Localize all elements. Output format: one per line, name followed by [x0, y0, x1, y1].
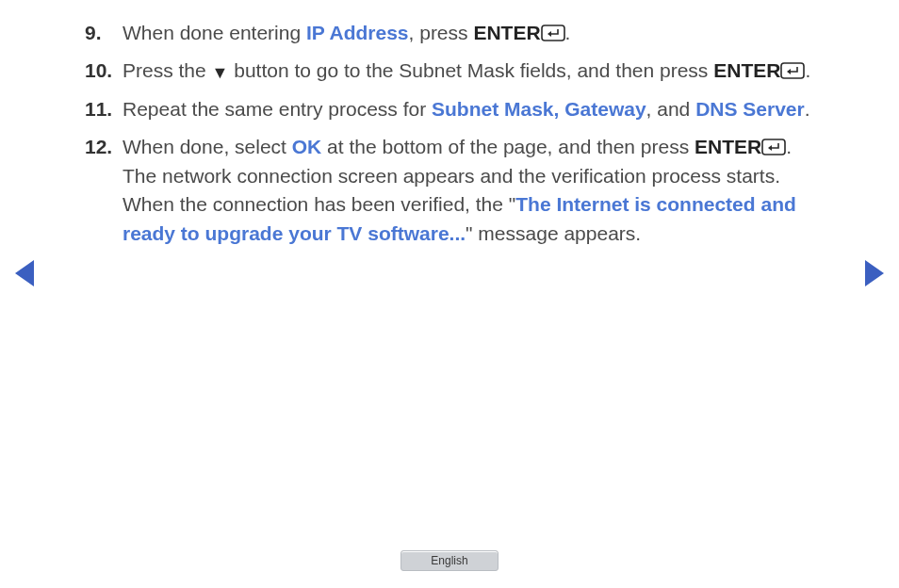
- bold-term: ENTER: [473, 22, 540, 43]
- highlight-term: IP Address: [306, 22, 409, 43]
- instruction-step: 12.When done, select OK at the bottom of…: [85, 133, 820, 248]
- next-page-arrow[interactable]: [865, 260, 884, 286]
- step-text: When done, select OK at the bottom of th…: [123, 133, 820, 248]
- svg-rect-1: [781, 63, 804, 78]
- step-text: When done entering IP Address, press ENT…: [123, 19, 820, 47]
- step-text: Repeat the same entry process for Subnet…: [123, 95, 820, 123]
- step-number: 11.: [85, 95, 123, 123]
- down-arrow-icon: ▼: [212, 60, 229, 85]
- instruction-step: 10.Press the ▼ button to go to the Subne…: [85, 57, 820, 85]
- instruction-list: 9.When done entering IP Address, press E…: [85, 19, 820, 257]
- instruction-step: 9.When done entering IP Address, press E…: [85, 19, 820, 47]
- instruction-step: 11.Repeat the same entry process for Sub…: [85, 95, 820, 123]
- step-number: 10.: [85, 57, 123, 85]
- enter-icon: [780, 62, 805, 79]
- language-tab[interactable]: English: [400, 550, 499, 571]
- highlight-term: Subnet Mask, Gateway: [432, 98, 646, 120]
- highlight-term: OK: [292, 136, 322, 157]
- step-number: 9.: [85, 19, 123, 47]
- enter-icon: [761, 139, 786, 155]
- step-text: Press the ▼ button to go to the Subnet M…: [123, 57, 820, 85]
- language-label: English: [431, 554, 467, 567]
- prev-page-arrow[interactable]: [15, 260, 34, 286]
- enter-icon: [541, 24, 565, 41]
- svg-rect-2: [762, 139, 785, 155]
- bold-term: ENTER: [695, 136, 761, 157]
- highlight-term: DNS Server: [695, 98, 805, 120]
- page: 9.When done entering IP Address, press E…: [0, 0, 899, 588]
- svg-rect-0: [542, 25, 564, 41]
- step-number: 12.: [85, 133, 123, 248]
- bold-term: ENTER: [713, 59, 780, 81]
- highlight-term: The Internet is connected and ready to u…: [123, 193, 796, 243]
